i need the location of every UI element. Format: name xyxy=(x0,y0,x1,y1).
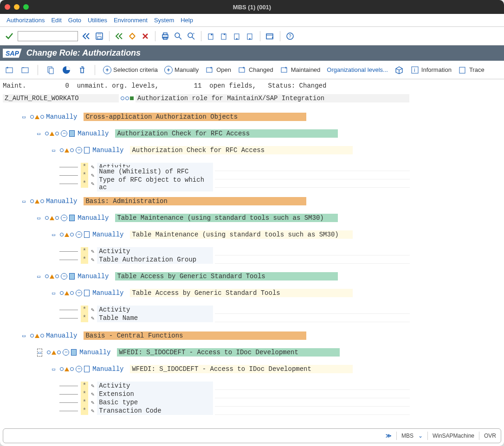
new-session-icon[interactable] xyxy=(265,32,275,41)
tree-auth-node[interactable]: ▭ − Manually Table Maintenance (using st… xyxy=(4,230,500,239)
tree-object-node[interactable]: ▭ − Manually Table Access by Generic Sta… xyxy=(4,272,500,280)
menu-authorizations[interactable]: Authorizations xyxy=(6,17,45,24)
menu-edit[interactable]: Edit xyxy=(51,17,61,24)
command-field[interactable] xyxy=(18,31,78,41)
menu-help[interactable]: Help xyxy=(181,17,193,24)
cancel-icon[interactable] xyxy=(141,32,150,41)
enter-icon[interactable] xyxy=(5,32,14,41)
pencil-icon[interactable]: ✎ xyxy=(91,408,94,414)
find-icon[interactable] xyxy=(174,32,183,41)
insert-mode[interactable]: OVR xyxy=(484,433,496,439)
collapse-icon[interactable]: − xyxy=(61,273,67,280)
print-icon[interactable] xyxy=(161,32,170,41)
field-value[interactable] xyxy=(215,180,410,188)
tree-field-row[interactable]: *✎Name (Whitelist) of RFC object xyxy=(4,171,500,179)
tree-field-row[interactable]: *✎Activity xyxy=(4,382,500,390)
help-icon[interactable]: ? xyxy=(285,32,295,41)
prev-page-icon[interactable] xyxy=(220,32,229,41)
first-page-icon[interactable] xyxy=(207,32,216,41)
back-icon[interactable] xyxy=(115,32,124,41)
field-value[interactable] xyxy=(215,407,410,415)
tree-field-row[interactable]: *✎Activity xyxy=(4,247,500,255)
expand-subtree-icon[interactable] xyxy=(5,65,14,75)
expand-statusbar-icon[interactable]: ≫ xyxy=(386,433,392,439)
pencil-icon[interactable]: ✎ xyxy=(91,164,94,171)
delete-icon[interactable] xyxy=(78,65,87,75)
pencil-icon[interactable]: ✎ xyxy=(91,399,94,406)
tree-field-row[interactable]: *✎Transaction Code xyxy=(4,407,500,415)
collapse-icon[interactable]: − xyxy=(76,290,82,296)
node-mode: Manually xyxy=(46,332,77,339)
selection-criteria-button[interactable]: +Selection criteria xyxy=(103,66,158,74)
tree-field-row[interactable]: *✎Type of RFC object to which ac xyxy=(4,179,500,188)
maximize-window-button[interactable] xyxy=(23,4,29,10)
tree-class-node[interactable]: ▭ Manually Basis: Administration xyxy=(4,197,500,205)
exit-icon[interactable] xyxy=(128,32,137,41)
tree-field-row[interactable]: *✎Table Name xyxy=(4,314,500,322)
authorization-tree[interactable]: ▭ Manually Cross-application Authorizati… xyxy=(0,104,504,426)
pencil-icon[interactable]: ✎ xyxy=(91,248,94,255)
folder-open-icon: ▭ xyxy=(37,215,40,222)
pencil-icon[interactable]: ✎ xyxy=(91,306,94,313)
open-button[interactable]: Open xyxy=(205,65,231,75)
tree-auth-node[interactable]: ▭ − Manually Table Access by Generic Sta… xyxy=(4,289,500,297)
menu-utilities[interactable]: Utilities xyxy=(88,17,107,24)
tree-field-row[interactable]: *✎Table Authorization Group xyxy=(4,255,500,264)
minimize-window-button[interactable] xyxy=(14,4,19,10)
tree-auth-node[interactable]: ▭ − Manually WFEDI: S_IDOCDEFT - Access … xyxy=(4,365,500,373)
dropdown-icon[interactable]: ⌄ xyxy=(418,433,423,439)
tree-field-row[interactable]: *✎Extension xyxy=(4,390,500,398)
tree-field-row[interactable]: *✎Basic type xyxy=(4,398,500,407)
field-value[interactable] xyxy=(215,256,410,264)
tree-object-node[interactable]: ▭ − Manually WFEDI: S_IDOCDEFT - Access … xyxy=(4,348,500,357)
field-value[interactable] xyxy=(215,314,410,322)
tree-class-node[interactable]: ▭ Manually Cross-application Authorizati… xyxy=(4,113,500,121)
tree-class-node[interactable]: ▭ Manually Basis - Central Functions xyxy=(4,331,500,340)
field-value[interactable] xyxy=(215,382,410,390)
last-page-icon[interactable] xyxy=(246,32,255,41)
package-icon[interactable] xyxy=(394,65,404,75)
next-page-icon[interactable] xyxy=(233,32,242,41)
trace-button[interactable]: Trace xyxy=(458,65,485,75)
changed-button[interactable]: Changed xyxy=(238,65,273,75)
pencil-icon[interactable]: ✎ xyxy=(91,382,94,389)
menu-environment[interactable]: Environment xyxy=(114,17,148,24)
information-button[interactable]: iInformation xyxy=(410,65,452,75)
org-levels-button[interactable]: Organizational levels... xyxy=(327,66,388,73)
collapse-icon[interactable]: − xyxy=(63,349,69,356)
collapse-icon[interactable]: − xyxy=(61,215,67,221)
field-value[interactable] xyxy=(215,163,410,171)
menu-goto[interactable]: Goto xyxy=(68,17,81,24)
copy-icon[interactable] xyxy=(46,65,55,75)
tree-field-row[interactable]: *✎Activity xyxy=(4,306,500,314)
field-value[interactable] xyxy=(215,390,410,398)
field-value[interactable] xyxy=(215,399,410,407)
collapse-icon[interactable]: − xyxy=(76,147,82,153)
field-value[interactable] xyxy=(215,172,410,179)
star-icon: * xyxy=(81,407,88,415)
maintained-button[interactable]: Maintained xyxy=(280,65,321,75)
pencil-icon[interactable]: ✎ xyxy=(91,315,94,322)
svg-point-7 xyxy=(188,33,193,38)
field-value[interactable] xyxy=(215,248,410,255)
tree-field-row[interactable]: *✎Activity xyxy=(4,163,500,171)
tree-object-node[interactable]: ▭ − Manually Table Maintenance (using st… xyxy=(4,214,500,222)
collapse-icon[interactable]: − xyxy=(61,130,67,137)
menu-system[interactable]: System xyxy=(154,17,174,24)
legend-icon[interactable] xyxy=(62,65,71,75)
manually-button[interactable]: +Manually xyxy=(164,66,199,74)
pencil-icon[interactable]: ✎ xyxy=(91,172,94,179)
tree-auth-node[interactable]: ▭ − Manually Authorization Check for RFC… xyxy=(4,146,500,154)
collapse-icon[interactable]: − xyxy=(76,366,82,372)
tree-object-node[interactable]: ▭ − Manually Authorization Check for RFC… xyxy=(4,129,500,138)
field-value[interactable] xyxy=(215,306,410,314)
find-next-icon[interactable]: + xyxy=(187,32,196,41)
collapse-icon[interactable]: − xyxy=(76,231,82,238)
collapse-subtree-icon[interactable] xyxy=(20,65,30,75)
save-icon[interactable] xyxy=(95,32,104,41)
back-all-icon[interactable] xyxy=(82,32,91,41)
close-window-button[interactable] xyxy=(5,4,10,10)
pencil-icon[interactable]: ✎ xyxy=(91,256,94,263)
pencil-icon[interactable]: ✎ xyxy=(91,391,94,398)
pencil-icon[interactable]: ✎ xyxy=(91,180,94,187)
